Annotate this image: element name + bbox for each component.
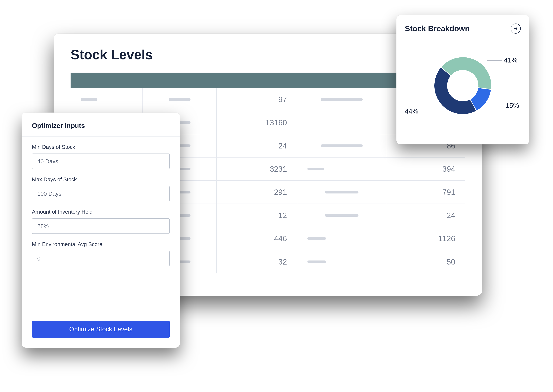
chart-label: 41%	[504, 56, 517, 64]
table-cell-value: 3231	[270, 164, 287, 174]
chart-label: 44%	[405, 107, 418, 115]
min-days-input[interactable]	[32, 154, 170, 169]
breakdown-title: Stock Breakdown	[405, 24, 470, 33]
table-cell-value: 291	[274, 188, 287, 197]
table-cell-value: 32	[278, 257, 287, 266]
placeholder-cell	[308, 237, 326, 240]
inventory-held-input[interactable]	[32, 218, 170, 234]
stock-breakdown-card: Stock Breakdown 41% 15% 44%	[396, 15, 529, 144]
placeholder-cell	[325, 191, 358, 194]
table-cell-value: 446	[274, 234, 287, 243]
optimize-button[interactable]: Optimize Stock Levels	[32, 321, 170, 338]
placeholder-cell	[81, 98, 98, 101]
leader-line	[487, 60, 502, 61]
table-cell-value: 24	[447, 211, 455, 220]
table-cell-value: 12	[278, 211, 287, 220]
placeholder-cell	[308, 168, 324, 170]
arrow-right-icon[interactable]	[511, 23, 521, 34]
max-days-label: Max Days of Stock	[32, 176, 170, 182]
chart-label: 15%	[506, 102, 519, 109]
env-score-label: Min Environmental Avg Score	[32, 241, 170, 247]
inventory-held-label: Amount of Inventory Held	[32, 209, 170, 215]
placeholder-cell	[325, 214, 358, 217]
optimizer-inputs-card: Optimizer Inputs Min Days of Stock Max D…	[22, 112, 180, 348]
env-score-input[interactable]	[32, 251, 170, 266]
placeholder-cell	[321, 98, 363, 101]
table-cell-value: 97	[278, 95, 287, 104]
max-days-input[interactable]	[32, 186, 170, 201]
table-cell-value: 13160	[266, 118, 287, 127]
table-cell-value: 1126	[438, 234, 455, 243]
table-cell-value: 50	[447, 257, 455, 266]
table-cell-value: 791	[442, 188, 455, 197]
placeholder-cell	[308, 260, 326, 263]
min-days-label: Min Days of Stock	[32, 144, 170, 150]
table-cell-value: 394	[442, 164, 455, 174]
donut-chart: 41% 15% 44%	[405, 39, 521, 133]
placeholder-cell	[321, 144, 363, 147]
table-cell-value: 24	[278, 141, 287, 150]
optimizer-title: Optimizer Inputs	[32, 122, 170, 129]
leader-line	[492, 106, 504, 106]
placeholder-cell	[169, 98, 190, 101]
